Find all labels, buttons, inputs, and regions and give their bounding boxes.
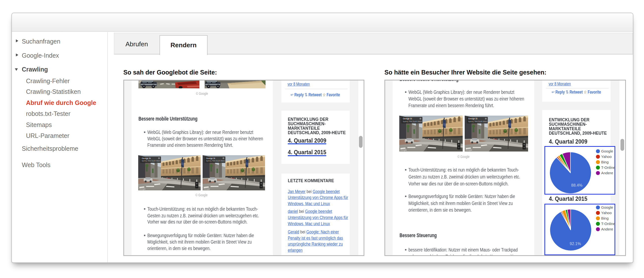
svg-text:Google: Google bbox=[139, 188, 146, 190]
svg-text:George St: George St bbox=[206, 157, 215, 159]
svg-text:Sydney, New South Wales: Sydney, New South Wales bbox=[206, 160, 225, 162]
svg-text:Google: Google bbox=[400, 149, 407, 151]
svg-text:George St: George St bbox=[142, 157, 151, 159]
svg-text:Google: Google bbox=[204, 188, 210, 190]
svg-text:Sydney, New South Wales: Sydney, New South Wales bbox=[403, 121, 422, 123]
svg-text:Sydney, New South Wales: Sydney, New South Wales bbox=[468, 121, 488, 123]
svg-text:Sydney, New South Wales: Sydney, New South Wales bbox=[142, 160, 161, 162]
svg-text:Google: Google bbox=[466, 149, 472, 151]
svg-text:George St: George St bbox=[403, 118, 412, 120]
svg-text:George St: George St bbox=[468, 118, 478, 120]
